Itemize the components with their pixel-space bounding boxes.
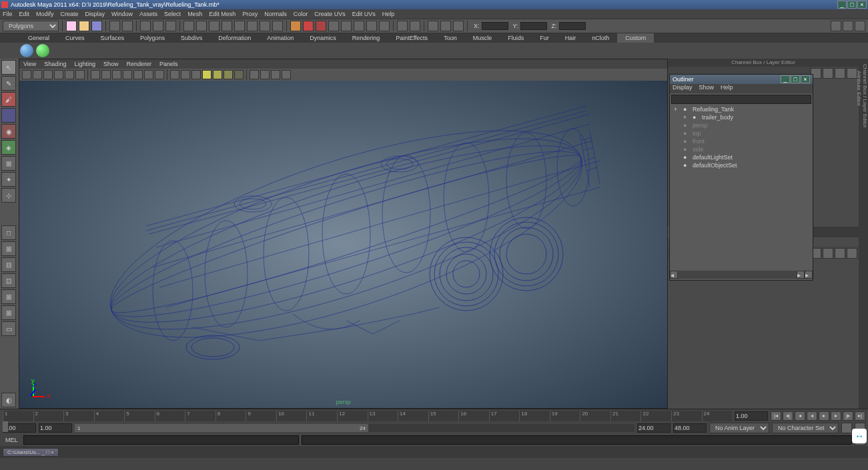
vp-image-plane-icon[interactable]	[54, 70, 63, 79]
taskbar-item[interactable]: C:\Users\Us... _ □ ×	[3, 448, 59, 457]
vp-shaded-icon[interactable]	[181, 70, 190, 79]
tab-rendering[interactable]: Rendering	[344, 33, 388, 43]
snap-grid-icon[interactable]	[183, 21, 194, 31]
autokey-icon[interactable]	[841, 423, 852, 433]
range-end-field[interactable]	[637, 423, 671, 433]
menu-edit-uvs[interactable]: Edit UVs	[352, 11, 376, 17]
menu-display[interactable]: Display	[85, 11, 105, 17]
vp-iso-a-icon[interactable]	[260, 70, 270, 79]
tab-muscle[interactable]: Muscle	[465, 33, 500, 43]
snap-point-icon[interactable]	[209, 21, 220, 31]
tab-ncloth[interactable]: nCloth	[584, 33, 617, 43]
layout-b-icon[interactable]	[410, 21, 420, 31]
outliner-item[interactable]: ●top	[671, 129, 811, 137]
sidebar-toggle-b-icon[interactable]	[843, 21, 853, 31]
layout-custom[interactable]: ⊞	[1, 305, 16, 320]
snap-curve-icon[interactable]	[196, 21, 207, 31]
new-scene-icon[interactable]	[66, 21, 77, 31]
render-icon[interactable]	[290, 21, 301, 31]
construction-c-icon[interactable]	[453, 21, 464, 31]
vp-shadow-icon[interactable]	[213, 70, 222, 79]
tab-custom[interactable]: Custom	[617, 33, 654, 43]
step-back-button[interactable]: ◂	[795, 411, 805, 421]
command-input[interactable]	[23, 435, 300, 445]
goto-start-button[interactable]: |◂	[771, 411, 781, 421]
tab-deformation[interactable]: Deformation	[210, 33, 259, 43]
range-outer-end-field[interactable]	[673, 423, 707, 433]
step-back-key-button[interactable]: ◂|	[783, 411, 793, 421]
time-marker[interactable]	[3, 421, 8, 432]
menu-window[interactable]: Window	[111, 11, 133, 17]
time-track[interactable]: 123456789101112131415161718192021222324	[3, 411, 732, 421]
ipr-icon[interactable]	[303, 21, 314, 31]
save-scene-icon[interactable]	[91, 21, 102, 31]
layer-up-icon[interactable]	[823, 248, 833, 259]
menu-select[interactable]: Select	[164, 11, 181, 17]
tab-hair[interactable]: Hair	[557, 33, 584, 43]
maximize-button[interactable]: □	[847, 1, 857, 9]
menu-create[interactable]: Create	[61, 11, 79, 17]
menu-modify[interactable]: Modify	[36, 11, 54, 17]
vp-camera-attr-icon[interactable]	[33, 70, 42, 79]
character-set-select[interactable]: No Character Set	[772, 423, 839, 433]
select-comp-icon[interactable]	[165, 21, 176, 31]
teamviewer-icon[interactable]: ↔	[852, 429, 867, 443]
tab-animation[interactable]: Animation	[259, 33, 302, 43]
vp-menu-shading[interactable]: Shading	[44, 61, 66, 67]
range-handle[interactable]: 1 24	[75, 424, 368, 432]
hypershade-icon[interactable]	[354, 21, 364, 31]
help-icon[interactable]	[272, 21, 283, 31]
outliner-close-button[interactable]: ×	[801, 75, 810, 83]
open-scene-icon[interactable]	[79, 21, 89, 31]
close-button[interactable]: ×	[857, 1, 867, 9]
layer-down-icon[interactable]	[835, 248, 845, 259]
vp-isolate-icon[interactable]	[250, 70, 259, 79]
outliner-scrollbar[interactable]: ◂ ▸ ▸	[670, 271, 813, 279]
vp-menu-lighting[interactable]: Lighting	[74, 61, 95, 67]
snap-live-icon[interactable]	[234, 21, 245, 31]
outliner-item[interactable]: ●side	[671, 145, 811, 153]
rotate-tool[interactable]: ◉	[1, 124, 16, 139]
tab-fur[interactable]: Fur	[532, 33, 557, 43]
last-tool[interactable]: ⊹	[1, 188, 16, 203]
tab-polygons[interactable]: Polygons	[132, 33, 173, 43]
step-fwd-button[interactable]: ▸	[831, 411, 841, 421]
render-region-icon[interactable]	[316, 21, 326, 31]
vp-menu-panels[interactable]: Panels	[159, 61, 178, 67]
y-field[interactable]	[520, 22, 547, 30]
shelf-custom-icon-b[interactable]	[36, 44, 49, 57]
menu-create-uvs[interactable]: Create UVs	[314, 11, 346, 17]
scale-tool[interactable]: ◈	[1, 140, 16, 155]
quick-layout-icon[interactable]: ◐	[1, 393, 16, 407]
layout-single[interactable]: □	[1, 225, 16, 240]
tab-subdivs[interactable]: Subdivs	[173, 33, 210, 43]
layout-persp[interactable]: ▭	[1, 321, 16, 336]
side-tab-channelbox[interactable]: Channel Box / Layer Editor	[862, 61, 868, 406]
outliner-item[interactable]: ●defaultObjectSet	[671, 161, 811, 169]
soft-tool[interactable]: ✦	[1, 172, 16, 187]
z-field[interactable]	[559, 22, 586, 30]
vp-iso-c-icon[interactable]	[282, 70, 291, 79]
menu-proxy[interactable]: Proxy	[242, 11, 258, 17]
play-button[interactable]: ▸	[819, 411, 829, 421]
layout-three[interactable]: ⊞	[1, 289, 16, 304]
vp-gate-mask-icon[interactable]	[123, 70, 132, 79]
tab-general[interactable]: General	[20, 33, 57, 43]
vp-bookmark-icon[interactable]	[43, 70, 53, 79]
lasso-tool[interactable]: ✎	[1, 76, 16, 91]
side-tab-attribute[interactable]: Attribute Editor	[856, 68, 862, 406]
select-tool[interactable]: ↖	[1, 60, 16, 75]
minimize-button[interactable]: _	[837, 1, 847, 9]
tab-painteffects[interactable]: PaintEffects	[388, 33, 436, 43]
menu-set-select[interactable]: Polygons	[3, 21, 59, 31]
redo-icon[interactable]	[122, 21, 133, 31]
vp-safe-action-icon[interactable]	[144, 70, 153, 79]
vp-menu-renderer[interactable]: Renderer	[126, 61, 151, 67]
vp-field-chart-icon[interactable]	[133, 70, 143, 79]
layout-four[interactable]: ⊞	[1, 241, 16, 256]
scroll-right-b-button[interactable]: ▸	[805, 271, 813, 279]
sidebar-toggle-a-icon[interactable]	[831, 21, 841, 31]
expand-icon[interactable]: +	[674, 106, 681, 113]
select-obj-icon[interactable]	[153, 21, 163, 31]
menu-mesh[interactable]: Mesh	[187, 11, 202, 17]
